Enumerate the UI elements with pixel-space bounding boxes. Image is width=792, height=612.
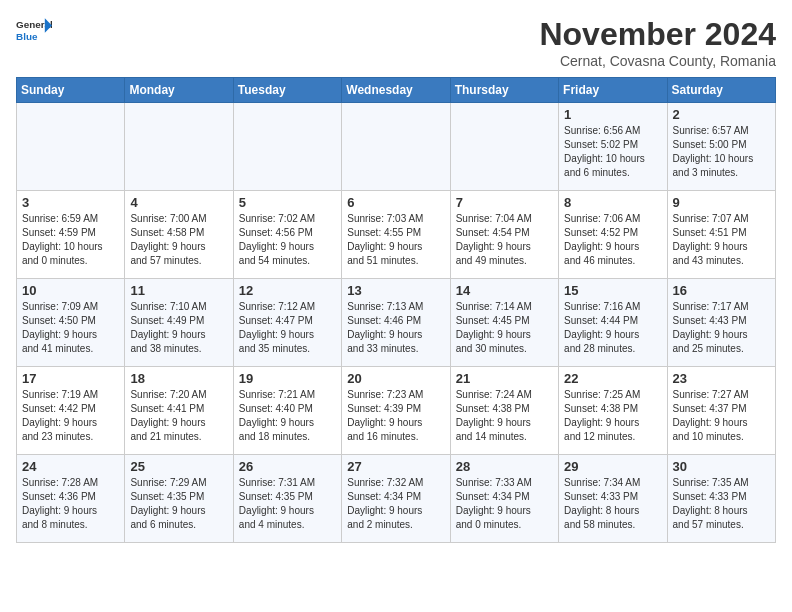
weekday-header: Friday xyxy=(559,78,667,103)
calendar-week-row: 24Sunrise: 7:28 AM Sunset: 4:36 PM Dayli… xyxy=(17,455,776,543)
calendar-cell: 23Sunrise: 7:27 AM Sunset: 4:37 PM Dayli… xyxy=(667,367,775,455)
day-info: Sunrise: 6:57 AM Sunset: 5:00 PM Dayligh… xyxy=(673,124,770,180)
day-info: Sunrise: 7:23 AM Sunset: 4:39 PM Dayligh… xyxy=(347,388,444,444)
day-number: 28 xyxy=(456,459,553,474)
page-header: General Blue November 2024 Cernat, Covas… xyxy=(16,16,776,69)
day-info: Sunrise: 7:27 AM Sunset: 4:37 PM Dayligh… xyxy=(673,388,770,444)
calendar-cell: 6Sunrise: 7:03 AM Sunset: 4:55 PM Daylig… xyxy=(342,191,450,279)
day-info: Sunrise: 7:35 AM Sunset: 4:33 PM Dayligh… xyxy=(673,476,770,532)
calendar-cell: 8Sunrise: 7:06 AM Sunset: 4:52 PM Daylig… xyxy=(559,191,667,279)
svg-text:Blue: Blue xyxy=(16,31,38,42)
calendar-cell: 30Sunrise: 7:35 AM Sunset: 4:33 PM Dayli… xyxy=(667,455,775,543)
calendar-cell: 1Sunrise: 6:56 AM Sunset: 5:02 PM Daylig… xyxy=(559,103,667,191)
day-info: Sunrise: 7:34 AM Sunset: 4:33 PM Dayligh… xyxy=(564,476,661,532)
calendar-cell: 3Sunrise: 6:59 AM Sunset: 4:59 PM Daylig… xyxy=(17,191,125,279)
day-number: 24 xyxy=(22,459,119,474)
calendar-cell xyxy=(17,103,125,191)
day-number: 18 xyxy=(130,371,227,386)
day-number: 11 xyxy=(130,283,227,298)
day-info: Sunrise: 7:19 AM Sunset: 4:42 PM Dayligh… xyxy=(22,388,119,444)
month-title: November 2024 xyxy=(539,16,776,53)
calendar-cell: 18Sunrise: 7:20 AM Sunset: 4:41 PM Dayli… xyxy=(125,367,233,455)
day-info: Sunrise: 7:07 AM Sunset: 4:51 PM Dayligh… xyxy=(673,212,770,268)
calendar-cell: 26Sunrise: 7:31 AM Sunset: 4:35 PM Dayli… xyxy=(233,455,341,543)
day-number: 6 xyxy=(347,195,444,210)
calendar-cell: 27Sunrise: 7:32 AM Sunset: 4:34 PM Dayli… xyxy=(342,455,450,543)
day-info: Sunrise: 7:16 AM Sunset: 4:44 PM Dayligh… xyxy=(564,300,661,356)
day-info: Sunrise: 7:20 AM Sunset: 4:41 PM Dayligh… xyxy=(130,388,227,444)
logo-icon: General Blue xyxy=(16,16,52,44)
day-info: Sunrise: 7:17 AM Sunset: 4:43 PM Dayligh… xyxy=(673,300,770,356)
calendar-header-row: SundayMondayTuesdayWednesdayThursdayFrid… xyxy=(17,78,776,103)
day-number: 16 xyxy=(673,283,770,298)
calendar-cell: 5Sunrise: 7:02 AM Sunset: 4:56 PM Daylig… xyxy=(233,191,341,279)
day-number: 13 xyxy=(347,283,444,298)
calendar-cell xyxy=(125,103,233,191)
day-info: Sunrise: 7:25 AM Sunset: 4:38 PM Dayligh… xyxy=(564,388,661,444)
day-number: 12 xyxy=(239,283,336,298)
day-info: Sunrise: 6:59 AM Sunset: 4:59 PM Dayligh… xyxy=(22,212,119,268)
day-info: Sunrise: 7:31 AM Sunset: 4:35 PM Dayligh… xyxy=(239,476,336,532)
day-info: Sunrise: 6:56 AM Sunset: 5:02 PM Dayligh… xyxy=(564,124,661,180)
day-number: 14 xyxy=(456,283,553,298)
day-info: Sunrise: 7:06 AM Sunset: 4:52 PM Dayligh… xyxy=(564,212,661,268)
weekday-header: Saturday xyxy=(667,78,775,103)
calendar-cell: 11Sunrise: 7:10 AM Sunset: 4:49 PM Dayli… xyxy=(125,279,233,367)
calendar-cell: 21Sunrise: 7:24 AM Sunset: 4:38 PM Dayli… xyxy=(450,367,558,455)
day-info: Sunrise: 7:03 AM Sunset: 4:55 PM Dayligh… xyxy=(347,212,444,268)
day-number: 25 xyxy=(130,459,227,474)
calendar-cell: 9Sunrise: 7:07 AM Sunset: 4:51 PM Daylig… xyxy=(667,191,775,279)
calendar-cell xyxy=(342,103,450,191)
day-number: 20 xyxy=(347,371,444,386)
day-number: 3 xyxy=(22,195,119,210)
calendar-body: 1Sunrise: 6:56 AM Sunset: 5:02 PM Daylig… xyxy=(17,103,776,543)
day-info: Sunrise: 7:21 AM Sunset: 4:40 PM Dayligh… xyxy=(239,388,336,444)
weekday-header: Wednesday xyxy=(342,78,450,103)
calendar-cell: 15Sunrise: 7:16 AM Sunset: 4:44 PM Dayli… xyxy=(559,279,667,367)
title-block: November 2024 Cernat, Covasna County, Ro… xyxy=(539,16,776,69)
day-number: 2 xyxy=(673,107,770,122)
day-info: Sunrise: 7:12 AM Sunset: 4:47 PM Dayligh… xyxy=(239,300,336,356)
calendar-cell: 2Sunrise: 6:57 AM Sunset: 5:00 PM Daylig… xyxy=(667,103,775,191)
day-info: Sunrise: 7:32 AM Sunset: 4:34 PM Dayligh… xyxy=(347,476,444,532)
calendar-cell xyxy=(450,103,558,191)
logo: General Blue xyxy=(16,16,52,44)
day-info: Sunrise: 7:09 AM Sunset: 4:50 PM Dayligh… xyxy=(22,300,119,356)
day-number: 29 xyxy=(564,459,661,474)
calendar-cell: 16Sunrise: 7:17 AM Sunset: 4:43 PM Dayli… xyxy=(667,279,775,367)
calendar-week-row: 3Sunrise: 6:59 AM Sunset: 4:59 PM Daylig… xyxy=(17,191,776,279)
weekday-header: Tuesday xyxy=(233,78,341,103)
day-info: Sunrise: 7:24 AM Sunset: 4:38 PM Dayligh… xyxy=(456,388,553,444)
day-number: 23 xyxy=(673,371,770,386)
calendar-cell: 19Sunrise: 7:21 AM Sunset: 4:40 PM Dayli… xyxy=(233,367,341,455)
calendar-cell: 7Sunrise: 7:04 AM Sunset: 4:54 PM Daylig… xyxy=(450,191,558,279)
day-number: 8 xyxy=(564,195,661,210)
calendar-cell: 14Sunrise: 7:14 AM Sunset: 4:45 PM Dayli… xyxy=(450,279,558,367)
calendar-cell: 28Sunrise: 7:33 AM Sunset: 4:34 PM Dayli… xyxy=(450,455,558,543)
weekday-header: Sunday xyxy=(17,78,125,103)
calendar-cell: 10Sunrise: 7:09 AM Sunset: 4:50 PM Dayli… xyxy=(17,279,125,367)
day-number: 21 xyxy=(456,371,553,386)
day-info: Sunrise: 7:10 AM Sunset: 4:49 PM Dayligh… xyxy=(130,300,227,356)
calendar-cell: 25Sunrise: 7:29 AM Sunset: 4:35 PM Dayli… xyxy=(125,455,233,543)
day-info: Sunrise: 7:02 AM Sunset: 4:56 PM Dayligh… xyxy=(239,212,336,268)
day-number: 30 xyxy=(673,459,770,474)
day-number: 5 xyxy=(239,195,336,210)
day-number: 27 xyxy=(347,459,444,474)
calendar-cell: 24Sunrise: 7:28 AM Sunset: 4:36 PM Dayli… xyxy=(17,455,125,543)
day-number: 22 xyxy=(564,371,661,386)
calendar-cell: 29Sunrise: 7:34 AM Sunset: 4:33 PM Dayli… xyxy=(559,455,667,543)
day-number: 1 xyxy=(564,107,661,122)
day-info: Sunrise: 7:28 AM Sunset: 4:36 PM Dayligh… xyxy=(22,476,119,532)
day-number: 19 xyxy=(239,371,336,386)
day-number: 10 xyxy=(22,283,119,298)
day-info: Sunrise: 7:33 AM Sunset: 4:34 PM Dayligh… xyxy=(456,476,553,532)
day-info: Sunrise: 7:13 AM Sunset: 4:46 PM Dayligh… xyxy=(347,300,444,356)
location: Cernat, Covasna County, Romania xyxy=(539,53,776,69)
day-number: 15 xyxy=(564,283,661,298)
calendar-cell xyxy=(233,103,341,191)
calendar-cell: 20Sunrise: 7:23 AM Sunset: 4:39 PM Dayli… xyxy=(342,367,450,455)
day-number: 9 xyxy=(673,195,770,210)
day-number: 4 xyxy=(130,195,227,210)
calendar-cell: 13Sunrise: 7:13 AM Sunset: 4:46 PM Dayli… xyxy=(342,279,450,367)
